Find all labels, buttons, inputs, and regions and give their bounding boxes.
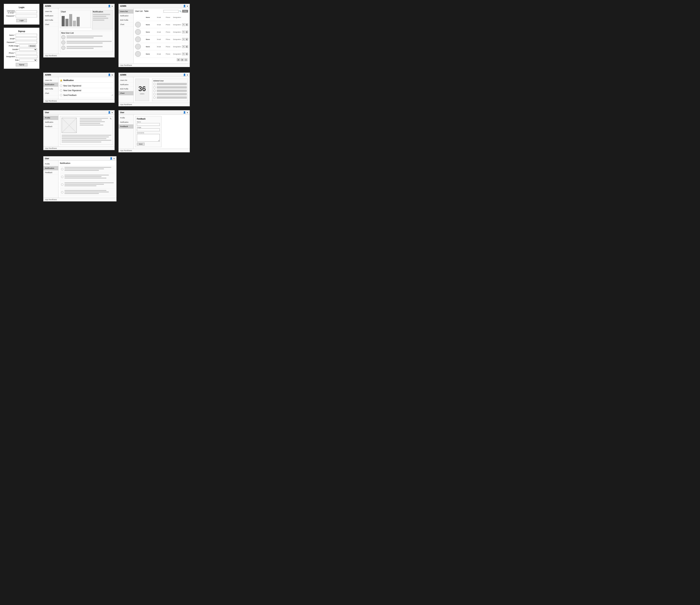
- new-user-list-title: New User List: [61, 32, 111, 34]
- sidebar-item-users-list[interactable]: Users list: [44, 9, 58, 14]
- email-input[interactable]: [16, 37, 37, 40]
- radio-2[interactable]: [60, 89, 62, 92]
- text-line-6: [67, 48, 94, 49]
- role-select[interactable]: [19, 59, 37, 61]
- sidebar-chart-2[interactable]: Chart: [119, 22, 133, 27]
- edit-icon-2[interactable]: ✎: [182, 31, 185, 33]
- fb-name-input[interactable]: [137, 123, 160, 126]
- sidebar-notif-4[interactable]: Notification: [119, 82, 133, 87]
- sidebar-edit-3[interactable]: Edit Profile: [44, 87, 58, 91]
- filter-button[interactable]: Filter: [182, 10, 188, 12]
- sidebar-item-notification[interactable]: Notification: [44, 14, 58, 18]
- deleted-line-1: [157, 83, 187, 85]
- edit-icon-3[interactable]: ✎: [182, 38, 185, 41]
- edit-icon-1[interactable]: ✎: [182, 23, 185, 26]
- avatar-1: [61, 35, 66, 39]
- user-radio-4[interactable]: [61, 191, 64, 194]
- notif-item-3: Send Feedback: [60, 93, 113, 98]
- notif-line-4: [93, 20, 104, 21]
- login-button[interactable]: Login: [16, 19, 27, 22]
- user-radio-2[interactable]: [61, 176, 64, 178]
- text-line-3: [67, 41, 111, 42]
- profile-image-label: Profile image: [6, 45, 19, 47]
- edit-icon-4[interactable]: ✎: [182, 45, 185, 48]
- username-input[interactable]: [16, 10, 37, 13]
- delete-icon-4[interactable]: 🗑: [185, 45, 188, 48]
- sidebar-edit-4[interactable]: Edit Profile: [119, 87, 133, 91]
- fb-comments-textarea[interactable]: [137, 134, 160, 142]
- header-icons-3: [108, 74, 113, 76]
- phone-input[interactable]: [16, 52, 37, 54]
- chevron-icon-7[interactable]: [114, 157, 115, 159]
- sidebar-notif-active[interactable]: Notification: [44, 82, 58, 87]
- delete-icon-1[interactable]: 🗑: [185, 23, 188, 26]
- sidebar-notif-user[interactable]: Notification: [44, 120, 58, 124]
- designation-input[interactable]: [16, 55, 38, 58]
- chevron-icon-2[interactable]: [186, 5, 188, 7]
- chevron-icon-5[interactable]: [111, 111, 113, 114]
- signup-title: Signup: [6, 30, 37, 32]
- pw-input[interactable]: [16, 41, 37, 44]
- chevron-icon-6[interactable]: [186, 111, 188, 114]
- row-5-actions: ✎ 🗑: [182, 53, 188, 55]
- fb-send-button[interactable]: Send: [137, 143, 145, 146]
- sidebar-edit-profile-2[interactable]: Edit Profile: [119, 18, 133, 22]
- sidebar-users-4[interactable]: Users list: [119, 78, 133, 82]
- chevron-icon[interactable]: [111, 5, 113, 7]
- sidebar-feedback-3[interactable]: Feedback: [44, 171, 58, 175]
- radio-3[interactable]: [60, 94, 62, 96]
- pag-prev[interactable]: ⊟: [177, 58, 180, 61]
- admin-chart-sidebar: Users list Notification Edit Profile Cha…: [119, 77, 134, 103]
- delete-icon-2[interactable]: 🗑: [185, 31, 188, 33]
- gender-select[interactable]: [19, 48, 37, 51]
- profile-image-input[interactable]: [19, 45, 29, 47]
- user-notification-screen: User Profile Notification Feedback Notif…: [43, 156, 117, 201]
- sidebar-item-edit-profile[interactable]: Edit Profile: [44, 18, 58, 22]
- user-radio-1[interactable]: [61, 168, 64, 170]
- row-3-actions: ✎ 🗑: [182, 38, 188, 41]
- cell-phone-3: Phone: [164, 39, 172, 40]
- fb-usage-input[interactable]: [137, 129, 160, 131]
- deleted-line-4: [157, 93, 187, 95]
- signup-button[interactable]: Signup: [16, 63, 27, 66]
- sidebar-users-3[interactable]: Users list: [44, 78, 58, 82]
- chevron-icon-4[interactable]: [186, 74, 188, 76]
- sidebar-users-active[interactable]: Users list: [119, 9, 133, 14]
- sidebar-notif-2[interactable]: Notification: [119, 120, 133, 124]
- radio-1[interactable]: [60, 84, 62, 87]
- edit-pencil-icon[interactable]: ✎: [110, 118, 111, 120]
- pag-next[interactable]: ⊞: [181, 58, 184, 61]
- sidebar-chart-active[interactable]: Chart: [119, 91, 133, 96]
- cell-name-2: Name: [142, 31, 154, 33]
- cell-designation-4: Designation: [173, 46, 181, 48]
- bar-4: [73, 21, 76, 26]
- sidebar-chart-3[interactable]: Chart: [44, 91, 58, 96]
- edit-icon-5[interactable]: ✎: [182, 53, 185, 55]
- search-input[interactable]: [164, 10, 179, 12]
- signup-screen: Signup Name * Email* Password* Profile i…: [4, 28, 40, 69]
- browse-button[interactable]: Browse: [29, 45, 36, 47]
- admin-sidebar: Users list Notification Edit Profile Cha…: [44, 8, 58, 54]
- sidebar-item-chart[interactable]: Chart: [44, 22, 58, 27]
- sidebar-profile-active[interactable]: Profile: [44, 116, 58, 120]
- sidebar-feedback[interactable]: Feedback: [44, 124, 58, 129]
- row-1: Login Username or email * Password * Log…: [4, 4, 696, 69]
- user-notif-footer: Ajay Randhawa: [44, 198, 116, 201]
- delete-icon-5[interactable]: 🗑: [185, 53, 188, 55]
- sidebar-feedback-active[interactable]: Feedback: [119, 124, 133, 129]
- cell-phone-1: Phone: [164, 24, 172, 26]
- password-input[interactable]: [16, 15, 37, 17]
- pag-last[interactable]: ⊡: [184, 58, 188, 61]
- chart-main: 36 Users Deleted User: [134, 77, 190, 103]
- sidebar-profile-2[interactable]: Profile: [119, 116, 133, 120]
- sidebar-notif-active[interactable]: Notification: [44, 166, 58, 171]
- delete-icon-3[interactable]: 🗑: [185, 38, 188, 41]
- chevron-icon-3[interactable]: [111, 74, 113, 76]
- user-feedback-title: User: [120, 111, 124, 114]
- user-feedback-screen: User Profile Notification Feedback Feedb…: [119, 110, 190, 152]
- dashboard-main: Chart Notification: [58, 8, 115, 54]
- user-radio-3[interactable]: [61, 183, 64, 186]
- sidebar-profile-3[interactable]: Profile: [44, 162, 58, 166]
- name-input[interactable]: [16, 34, 37, 36]
- sidebar-notification-2[interactable]: Notification: [119, 14, 133, 18]
